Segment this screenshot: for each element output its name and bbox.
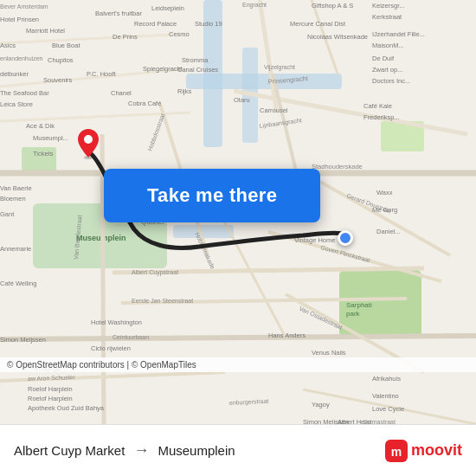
svg-text:Nicolaas Witsenkade: Nicolaas Witsenkade <box>307 33 368 41</box>
svg-text:Museumpl...: Museumpl... <box>33 134 68 142</box>
svg-text:Stromma: Stromma <box>182 56 209 64</box>
svg-text:Chupitos: Chupitos <box>48 56 74 64</box>
svg-text:Asics: Asics <box>0 42 16 49</box>
svg-text:Hotel Washington: Hotel Washington <box>91 318 142 326</box>
svg-text:Hotel Prinsen: Hotel Prinsen <box>0 16 39 23</box>
svg-text:Vintage Home: Vintage Home <box>294 236 335 244</box>
svg-text:Giftshop A & S: Giftshop A & S <box>312 2 353 10</box>
svg-text:Cesmo: Cesmo <box>169 30 190 38</box>
svg-text:Record Palace: Record Palace <box>134 20 177 28</box>
svg-text:Keizersgr...: Keizersgr... <box>372 2 405 10</box>
svg-text:park: park <box>346 310 361 318</box>
svg-text:Apotheek Oud Zuid  Bahya: Apotheek Oud Zuid Bahya <box>28 404 105 412</box>
svg-text:Ceintuurbaan: Ceintuurbaan <box>113 334 149 340</box>
svg-text:Cobra Café: Cobra Café <box>128 100 161 107</box>
map-area: Museumplein Sarphati park <box>0 0 476 424</box>
from-label: Albert Cuyp Market <box>14 443 125 458</box>
svg-text:Valentino: Valentino <box>372 392 399 400</box>
svg-text:Zwart op...: Zwart op... <box>372 66 402 74</box>
svg-text:Gant: Gant <box>0 210 15 218</box>
moovit-icon: m <box>385 440 408 462</box>
svg-text:Me Gorg: Me Gorg <box>372 206 397 214</box>
svg-text:delbunker: delbunker <box>0 70 29 78</box>
bottom-bar: Albert Cuyp Market → Museumplein m moovi… <box>0 424 476 476</box>
svg-text:Ciclo rijwielen: Ciclo rijwielen <box>91 344 131 352</box>
to-label: Museumplein <box>158 443 235 458</box>
svg-line-21 <box>0 336 476 339</box>
svg-text:Frederiksp...: Frederiksp... <box>363 113 400 121</box>
svg-text:m: m <box>391 445 402 459</box>
svg-text:Doctors Inc...: Doctors Inc... <box>372 77 410 85</box>
svg-text:Afrikahuis: Afrikahuis <box>372 375 401 383</box>
svg-text:Studio 19: Studio 19 <box>195 20 222 28</box>
moovit-logo: m moovit <box>385 440 462 462</box>
svg-text:Yagoy: Yagoy <box>312 401 330 408</box>
svg-text:Blue Boat: Blue Boat <box>52 42 80 49</box>
svg-text:Simon Meljssen: Simon Meljssen <box>0 336 46 344</box>
svg-text:Bever Amsterdam: Bever Amsterdam <box>0 3 48 10</box>
svg-text:Mercure Canal Dist: Mercure Canal Dist <box>290 20 346 28</box>
svg-text:Carrousel: Carrousel <box>260 106 288 114</box>
svg-text:IJzerhandel Fille...: IJzerhandel Fille... <box>372 30 425 38</box>
moovit-text: moovit <box>411 441 462 460</box>
svg-text:Roelof Harplein: Roelof Harplein <box>28 385 73 393</box>
copyright-text: © OpenStreetMap contributors | © OpenMap… <box>7 360 196 370</box>
take-me-there-button[interactable]: Take me there <box>104 169 320 222</box>
svg-text:Venus Nails: Venus Nails <box>312 349 346 357</box>
svg-text:Sarphati: Sarphati <box>346 301 372 309</box>
svg-text:Simon Meljssen: Simon Meljssen <box>303 418 349 424</box>
app-container: Museumplein Sarphati park <box>0 0 476 476</box>
svg-text:The Seafood Bar: The Seafood Bar <box>0 89 49 97</box>
svg-text:Annemarie: Annemarie <box>0 245 31 253</box>
svg-text:De Prins: De Prins <box>113 33 138 41</box>
svg-text:Engracht: Engracht <box>242 2 267 9</box>
svg-text:Ace & Dik: Ace & Dik <box>26 122 55 130</box>
svg-text:Van Baerle: Van Baerle <box>0 184 32 192</box>
svg-text:Rijks: Rijks <box>177 87 191 95</box>
svg-text:Hans Anders: Hans Anders <box>268 331 306 339</box>
svg-text:Canal Cruises: Canal Cruises <box>177 66 218 74</box>
svg-text:Tickets: Tickets <box>33 150 54 158</box>
svg-point-116 <box>84 135 93 144</box>
svg-text:Daniel...: Daniel... <box>376 228 401 235</box>
svg-text:enlandenhuizen: enlandenhuizen <box>0 55 43 61</box>
svg-text:Eerste Jan Steenstraat: Eerste Jan Steenstraat <box>132 298 193 304</box>
svg-text:Kerkstraat: Kerkstraat <box>372 13 402 21</box>
svg-text:De Duif: De Duif <box>372 55 395 62</box>
route-button-container: Take me there <box>104 169 320 222</box>
svg-text:Café Welling: Café Welling <box>0 280 36 287</box>
svg-text:MaisonM...: MaisonM... <box>372 42 404 49</box>
svg-text:Balvert's fruitbar: Balvert's fruitbar <box>95 10 142 17</box>
svg-rect-2 <box>186 74 342 89</box>
svg-text:Bloemen: Bloemen <box>0 195 26 203</box>
origin-marker <box>76 128 100 159</box>
svg-text:Souvenirs: Souvenirs <box>43 76 73 84</box>
arrow-icon: → <box>133 441 149 460</box>
svg-text:Albert Cuypstraat: Albert Cuypstraat <box>132 269 178 276</box>
copyright-bar: © OpenStreetMap contributors | © OpenMap… <box>0 357 476 372</box>
svg-text:Chanel: Chanel <box>111 89 132 97</box>
svg-text:Marriott Hotel: Marriott Hotel <box>26 27 65 35</box>
svg-text:Leidseplein: Leidseplein <box>151 4 184 12</box>
svg-text:Waxx: Waxx <box>376 189 393 196</box>
svg-text:Roelof Harplein: Roelof Harplein <box>28 395 73 402</box>
svg-text:Vijzelgracht: Vijzelgracht <box>264 64 295 71</box>
svg-text:Café Kale: Café Kale <box>363 102 392 110</box>
svg-text:Otaru: Otaru <box>234 96 250 104</box>
destination-marker <box>338 230 353 246</box>
route-info: Albert Cuyp Market → Museumplein <box>14 441 385 460</box>
svg-text:Leica Store: Leica Store <box>0 100 33 108</box>
svg-text:Love Cycle: Love Cycle <box>372 405 404 413</box>
svg-text:P.C. Hooft: P.C. Hooft <box>87 70 117 78</box>
